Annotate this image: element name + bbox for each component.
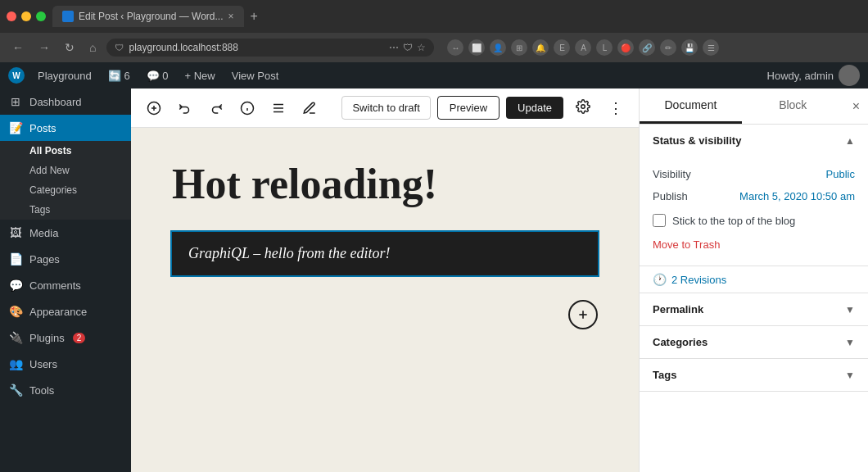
ext5-icon[interactable]: 🔗 xyxy=(639,39,655,56)
sidebar-item-comments[interactable]: 💬 Comments xyxy=(0,272,131,298)
right-panel: Document Block × Status & visibility ▲ V… xyxy=(639,88,868,472)
star-icon: ☆ xyxy=(417,42,426,53)
admin-avatar[interactable] xyxy=(839,65,860,86)
tab-close-button[interactable]: × xyxy=(228,11,234,22)
sync-icon[interactable]: ↔ xyxy=(447,39,463,56)
stick-to-top-checkbox[interactable] xyxy=(653,214,666,227)
permalink-header[interactable]: Permalink ▼ xyxy=(640,293,868,325)
tools-icon: 🔧 xyxy=(8,384,23,397)
post-block-graphiql[interactable]: GraphiQL – hello from the editor! xyxy=(172,232,598,275)
sidebar-item-label-dashboard: Dashboard xyxy=(29,96,82,108)
forward-button[interactable]: → xyxy=(34,39,54,57)
status-chevron-icon: ▲ xyxy=(845,135,855,147)
move-to-trash-link[interactable]: Move to Trash xyxy=(653,238,720,251)
admin-bar-site-name[interactable]: Playground xyxy=(34,68,95,84)
sidebar-submenu-all-posts[interactable]: All Posts xyxy=(0,141,131,161)
svg-point-9 xyxy=(581,104,585,108)
admin-bar-comments[interactable]: 💬 0 xyxy=(143,68,172,84)
sidebar-item-plugins[interactable]: 🔌 Plugins 2 xyxy=(0,324,131,351)
panel-section-status: Status & visibility ▲ Visibility Public … xyxy=(640,125,868,266)
redo-button[interactable] xyxy=(203,96,229,120)
categories-chevron-icon: ▼ xyxy=(845,337,855,348)
browser-window-controls xyxy=(7,11,46,21)
address-bar[interactable]: 🛡 playground.localhost:888 ⋯ 🛡 ☆ xyxy=(106,39,434,57)
browser-chrome: Edit Post ‹ Playground — Word... × + xyxy=(0,0,868,33)
add-block-canvas-button[interactable] xyxy=(568,300,598,329)
refresh-button[interactable]: ↻ xyxy=(61,39,79,57)
ext3-icon[interactable]: L xyxy=(596,39,613,56)
sidebar-item-pages[interactable]: 📄 Pages xyxy=(0,246,131,272)
home-button[interactable]: ⌂ xyxy=(85,39,100,57)
updates-icon: 🔄 xyxy=(108,70,121,82)
publish-value[interactable]: March 5, 2020 10:50 am xyxy=(739,190,855,202)
notification-icon[interactable]: 🔔 xyxy=(532,39,549,56)
sidebar-item-tools[interactable]: 🔧 Tools xyxy=(0,377,131,403)
tab-block[interactable]: Block xyxy=(742,88,844,124)
browser-tab[interactable]: Edit Post ‹ Playground — Word... × xyxy=(52,6,244,27)
settings-button[interactable] xyxy=(570,94,596,122)
status-visibility-header[interactable]: Status & visibility ▲ xyxy=(640,125,868,157)
sidebar-item-appearance[interactable]: 🎨 Appearance xyxy=(0,298,131,324)
admin-bar-updates[interactable]: 🔄 6 xyxy=(105,68,133,84)
fullscreen-window-dot[interactable] xyxy=(36,11,46,21)
sidebar-item-posts[interactable]: 📝 Posts xyxy=(0,115,131,141)
plugins-badge: 2 xyxy=(73,333,86,343)
browser-toolbar-icons: ↔ ⬜ 👤 ⊞ 🔔 E A L 🔴 🔗 ✏ 💾 ☰ xyxy=(447,39,719,56)
tab-icon[interactable]: ⬜ xyxy=(468,39,485,56)
stick-to-top-row: Stick to the top of the blog xyxy=(653,207,855,234)
back-button[interactable]: ← xyxy=(8,39,28,57)
permalink-chevron-icon: ▼ xyxy=(845,304,855,315)
security-icon: 🛡 xyxy=(115,43,124,52)
sidebar-submenu-add-new[interactable]: Add New xyxy=(0,161,131,180)
tags-heading: Tags xyxy=(653,369,676,381)
sidebar-submenu-posts: All Posts Add New Categories Tags xyxy=(0,141,131,220)
admin-bar-new[interactable]: + New xyxy=(182,68,219,84)
update-button[interactable]: Update xyxy=(506,97,563,119)
preview-button[interactable]: Preview xyxy=(437,96,500,120)
panel-close-button[interactable]: × xyxy=(844,88,868,124)
sidebar-item-dashboard[interactable]: ⊞ Dashboard xyxy=(0,88,131,115)
switch-to-draft-button[interactable]: Switch to draft xyxy=(341,96,430,120)
minimize-window-dot[interactable] xyxy=(21,11,31,21)
profile-icon[interactable]: 👤 xyxy=(490,39,506,56)
plugins-icon: 🔌 xyxy=(8,331,23,344)
ext1-icon[interactable]: E xyxy=(554,39,570,56)
new-tab-button[interactable]: + xyxy=(251,9,258,24)
menu-icon[interactable]: ☰ xyxy=(703,39,719,56)
publish-label: Publish xyxy=(653,190,688,202)
tools-button[interactable] xyxy=(296,96,323,120)
ext2-icon[interactable]: A xyxy=(575,39,591,56)
list-view-button[interactable] xyxy=(265,96,292,120)
save-icon[interactable]: 💾 xyxy=(681,39,698,56)
panel-section-permalink: Permalink ▼ xyxy=(640,293,868,326)
post-title[interactable]: Hot reloading! xyxy=(172,161,598,207)
panel-content: Status & visibility ▲ Visibility Public … xyxy=(640,125,868,472)
revisions-row[interactable]: 🕐 2 Revisions xyxy=(640,266,868,293)
tab-favicon xyxy=(62,11,74,22)
ext4-icon[interactable]: 🔴 xyxy=(617,39,634,56)
sidebar-submenu-tags[interactable]: Tags xyxy=(0,200,131,220)
sidebar-item-users[interactable]: 👥 Users xyxy=(0,351,131,377)
ext6-icon[interactable]: ✏ xyxy=(660,39,676,56)
close-window-dot[interactable] xyxy=(7,11,16,21)
revisions-label: 2 Revisions xyxy=(671,274,726,286)
sidebar-item-label-tools: Tools xyxy=(29,384,54,397)
editor-canvas[interactable]: Hot reloading! GraphiQL – hello from the… xyxy=(131,128,639,472)
categories-header[interactable]: Categories ▼ xyxy=(640,326,868,358)
wp-logo[interactable]: W xyxy=(8,67,25,84)
visibility-value[interactable]: Public xyxy=(826,168,855,180)
tags-header[interactable]: Tags ▼ xyxy=(640,359,868,391)
tab-document[interactable]: Document xyxy=(640,88,742,124)
toolbar-right: Switch to draft Preview Update ⋮ xyxy=(341,94,629,122)
info-button[interactable] xyxy=(234,96,260,120)
admin-bar-view-post[interactable]: View Post xyxy=(228,68,283,84)
sidebar-item-media[interactable]: 🖼 Media xyxy=(0,220,131,246)
sidebar-submenu-categories[interactable]: Categories xyxy=(0,180,131,200)
add-block-button[interactable] xyxy=(141,96,167,120)
sidebar-item-label-users: Users xyxy=(29,358,57,370)
main-layout: ⊞ Dashboard 📝 Posts All Posts Add New Ca… xyxy=(0,88,868,472)
undo-button[interactable] xyxy=(172,96,198,120)
users-icon: 👥 xyxy=(8,357,23,370)
more-options-button[interactable]: ⋮ xyxy=(603,94,629,122)
grid-icon[interactable]: ⊞ xyxy=(511,39,527,56)
